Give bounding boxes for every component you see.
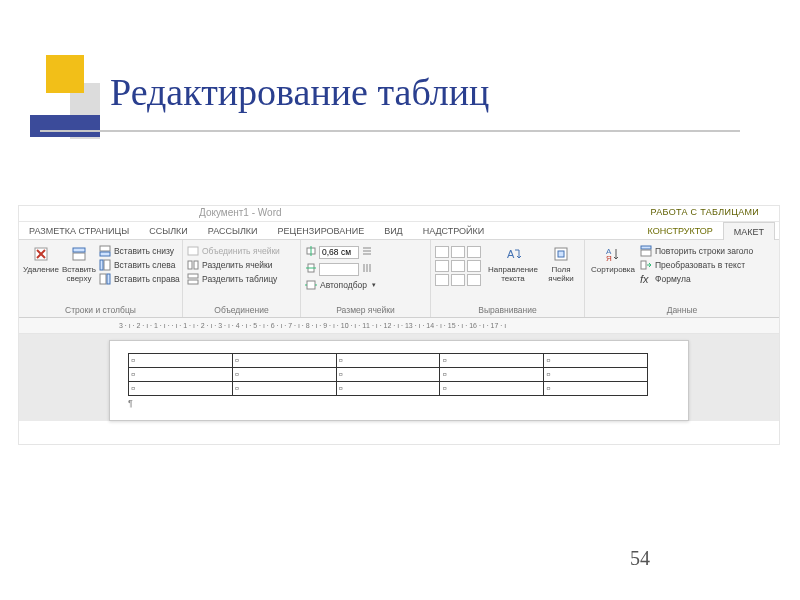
table-cell: ¤ [232, 354, 336, 368]
table-cell: ¤ [336, 354, 440, 368]
delete-label: Удаление [23, 265, 59, 274]
split-cells-button[interactable]: Разделить ячейки [187, 259, 280, 271]
tab-table-designer[interactable]: КОНСТРУКТОР [638, 222, 723, 240]
col-width-input[interactable] [319, 263, 359, 276]
insert-right-label: Вставить справа [114, 274, 180, 284]
align-br[interactable] [467, 274, 481, 286]
titlebar: Документ1 - Word РАБОТА С ТАБЛИЦАМИ [19, 206, 779, 222]
table-cell: ¤ [232, 382, 336, 396]
repeat-header-button[interactable]: Повторить строки заголо [640, 245, 753, 257]
split-table-label: Разделить таблицу [202, 274, 277, 284]
svg-text:A: A [507, 248, 515, 260]
merge-cells-button[interactable]: Объединить ячейки [187, 245, 280, 257]
align-mc[interactable] [451, 260, 465, 272]
tab-mailings[interactable]: РАССЫЛКИ [198, 222, 268, 239]
insert-above-icon [70, 245, 88, 263]
tab-addins[interactable]: НАДСТРОЙКИ [413, 222, 495, 239]
svg-rect-32 [641, 246, 651, 249]
split-table-button[interactable]: Разделить таблицу [187, 273, 280, 285]
sort-button[interactable]: АЯ Сортировка [589, 242, 637, 274]
sort-icon: АЯ [604, 245, 622, 263]
tab-table-layout[interactable]: МАКЕТ [723, 222, 775, 240]
tab-page-layout[interactable]: РАЗМЕТКА СТРАНИЦЫ [19, 222, 139, 239]
delete-icon [32, 245, 50, 263]
document-area[interactable]: ¤¤¤¤¤ ¤¤¤¤¤ ¤¤¤¤¤ ¶ [19, 334, 779, 421]
table-cell: ¤ [129, 382, 233, 396]
row-height-icon [305, 245, 317, 259]
svg-rect-29 [558, 251, 564, 257]
table-cell: ¤ [544, 368, 648, 382]
group-alignment: A Направление текста Поля ячейки Выравни… [431, 240, 585, 317]
autofit-button[interactable]: Автоподбор▾ [305, 279, 376, 291]
table-cell: ¤ [440, 368, 544, 382]
sort-label: Сортировка [591, 265, 635, 274]
slide-title: Редактирование таблиц [110, 70, 489, 114]
svg-rect-10 [107, 274, 110, 284]
align-tr[interactable] [467, 246, 481, 258]
table-cell: ¤ [440, 354, 544, 368]
svg-rect-4 [73, 248, 85, 252]
svg-rect-3 [73, 253, 85, 260]
group-label-data: Данные [589, 304, 775, 317]
table-cell: ¤ [336, 382, 440, 396]
delete-button[interactable]: Удаление [23, 242, 59, 274]
table-cell: ¤ [232, 368, 336, 382]
group-label-cell-size: Размер ячейки [305, 304, 426, 317]
svg-rect-11 [188, 247, 198, 255]
ribbon: Удаление Вставить сверху Вставить снизу … [19, 240, 779, 318]
group-label-rows-cols: Строки и столбцы [23, 304, 178, 317]
word-window: Документ1 - Word РАБОТА С ТАБЛИЦАМИ РАЗМ… [18, 205, 780, 445]
insert-right-button[interactable]: Вставить справа [99, 273, 180, 285]
svg-rect-7 [104, 260, 110, 270]
tab-references[interactable]: ССЫЛКИ [139, 222, 198, 239]
formula-button[interactable]: fxФормула [640, 273, 753, 285]
tab-view[interactable]: ВИД [374, 222, 413, 239]
table-row: ¤¤¤¤¤ [129, 368, 648, 382]
align-bc[interactable] [451, 274, 465, 286]
svg-text:Я: Я [606, 254, 612, 263]
align-mr[interactable] [467, 260, 481, 272]
svg-rect-5 [100, 246, 110, 251]
distribute-cols-icon[interactable] [361, 262, 373, 276]
align-bl[interactable] [435, 274, 449, 286]
align-tc[interactable] [451, 246, 465, 258]
split-cells-icon [187, 259, 199, 271]
table-row: ¤¤¤¤¤ [129, 382, 648, 396]
svg-rect-12 [188, 261, 192, 269]
convert-to-text-button[interactable]: Преобразовать в текст [640, 259, 753, 271]
formula-label: Формула [655, 274, 691, 284]
cell-margins-button[interactable]: Поля ячейки [542, 242, 580, 283]
row-height-input[interactable] [319, 246, 359, 259]
tab-review[interactable]: РЕЦЕНЗИРОВАНИЕ [268, 222, 375, 239]
table-cell: ¤ [440, 382, 544, 396]
page: ¤¤¤¤¤ ¤¤¤¤¤ ¤¤¤¤¤ ¶ [109, 340, 689, 421]
merge-cells-icon [187, 245, 199, 257]
text-direction-button[interactable]: A Направление текста [487, 242, 539, 283]
align-tl[interactable] [435, 246, 449, 258]
insert-below-button[interactable]: Вставить снизу [99, 245, 180, 257]
col-width-icon [305, 262, 317, 276]
group-label-alignment: Выравнивание [435, 304, 580, 317]
svg-rect-15 [188, 280, 198, 284]
insert-above-button[interactable]: Вставить сверху [62, 242, 96, 283]
align-ml[interactable] [435, 260, 449, 272]
svg-rect-26 [307, 281, 315, 289]
table-row: ¤¤¤¤¤ [129, 354, 648, 368]
svg-text:fx: fx [640, 273, 649, 285]
horizontal-ruler[interactable]: 3 · ı · 2 · ı · 1 · ı · · ı · 1 · ı · 2 … [19, 318, 779, 334]
distribute-rows-icon[interactable] [361, 245, 373, 259]
table-cell: ¤ [544, 354, 648, 368]
insert-right-icon [99, 273, 111, 285]
alignment-grid[interactable] [435, 246, 481, 286]
insert-left-button[interactable]: Вставить слева [99, 259, 180, 271]
formula-icon: fx [640, 273, 652, 285]
sample-table[interactable]: ¤¤¤¤¤ ¤¤¤¤¤ ¤¤¤¤¤ [128, 353, 648, 396]
col-width-spinner[interactable] [305, 262, 376, 276]
convert-to-text-label: Преобразовать в текст [655, 260, 745, 270]
table-cell: ¤ [129, 368, 233, 382]
insert-above-label: Вставить сверху [62, 265, 96, 283]
document-title: Документ1 - Word [199, 207, 282, 218]
slide-page-number: 54 [630, 547, 650, 570]
row-height-spinner[interactable] [305, 245, 376, 259]
convert-to-text-icon [640, 259, 652, 271]
